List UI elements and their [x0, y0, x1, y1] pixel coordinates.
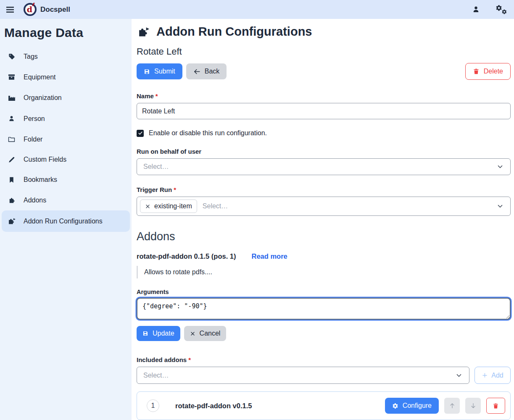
- pen-icon: [7, 156, 16, 163]
- plus-icon: [482, 372, 488, 378]
- app-name[interactable]: Docspell: [40, 5, 70, 14]
- x-icon: [190, 331, 195, 336]
- name-label: Name*: [137, 92, 511, 100]
- selected-addon-header: rotate-pdf-addon 0.1.5 (pos. 1) Read mor…: [137, 252, 511, 260]
- sidebar-item-label: Equipment: [24, 74, 56, 81]
- cogs-icon[interactable]: [496, 5, 507, 15]
- sidebar-item-organization[interactable]: Organization: [2, 87, 130, 108]
- puzzle-icon: [7, 196, 16, 204]
- chevron-down-icon: [496, 163, 504, 171]
- sidebar-item-addons[interactable]: Addons: [2, 190, 130, 210]
- config-name: Rotate Left: [137, 46, 511, 57]
- addons-section-heading: Addons: [137, 230, 511, 243]
- user-icon[interactable]: [472, 5, 480, 14]
- folder-icon: [7, 135, 16, 143]
- move-down-button[interactable]: [465, 398, 481, 414]
- addon-row-actions: Configure: [385, 398, 505, 414]
- run-user-label: Run on behalf of user: [137, 148, 511, 155]
- sidebar-item-label: Folder: [24, 136, 42, 143]
- arguments-actions: Update Cancel: [137, 326, 511, 341]
- sidebar-item-label: Person: [24, 115, 45, 123]
- sidebar-item-tags[interactable]: Tags: [2, 47, 130, 67]
- sidebar-item-label: Tags: [24, 53, 38, 60]
- person-icon: [7, 115, 16, 123]
- hamburger-menu-icon[interactable]: [5, 5, 16, 15]
- bookmark-icon: [7, 176, 16, 184]
- sidebar: Manage Data Tags Equipment Organization …: [0, 19, 132, 420]
- sidebar-item-folder[interactable]: Folder: [2, 129, 130, 150]
- page-header: Addon Run Configurations: [137, 25, 511, 39]
- arguments-label: Arguments: [137, 289, 511, 295]
- add-addon-button[interactable]: Add: [474, 367, 511, 384]
- gear-icon: [392, 403, 398, 409]
- trigger-chip[interactable]: existing-item: [140, 200, 197, 213]
- back-button[interactable]: Back: [186, 63, 227, 79]
- page-title: Addon Run Configurations: [156, 25, 312, 39]
- included-addons-placeholder: Select…: [143, 372, 169, 379]
- remove-x-icon[interactable]: [145, 204, 150, 209]
- trigger-placeholder: Select…: [203, 202, 228, 210]
- sidebar-item-bookmarks[interactable]: Bookmarks: [2, 170, 130, 190]
- enable-checkbox-row: Enable or disable this run configuration…: [137, 129, 511, 137]
- configure-button[interactable]: Configure: [385, 398, 439, 414]
- box-icon: [7, 73, 16, 81]
- run-user-select[interactable]: Select…: [137, 158, 511, 175]
- sidebar-item-person[interactable]: Person: [2, 108, 130, 129]
- trigger-label: Trigger Run*: [137, 186, 511, 193]
- save-icon: [144, 68, 150, 75]
- submit-button[interactable]: Submit: [137, 63, 182, 79]
- sidebar-item-label: Addons: [24, 197, 46, 204]
- check-icon: [138, 131, 143, 136]
- run-user-placeholder: Select…: [143, 163, 169, 171]
- puzzle-run-icon: [137, 26, 150, 38]
- sidebar-item-label: Organization: [24, 94, 62, 102]
- enable-checkbox[interactable]: [137, 130, 144, 137]
- name-input[interactable]: [137, 103, 511, 119]
- sidebar-item-label: Custom Fields: [24, 156, 66, 163]
- sidebar-item-equipment[interactable]: Equipment: [2, 67, 130, 87]
- sidebar-nav: Tags Equipment Organization Person Folde…: [2, 47, 130, 232]
- arguments-textarea[interactable]: {"degree": "-90"}: [137, 298, 511, 320]
- app-logo[interactable]: d: [24, 3, 37, 16]
- sidebar-title: Manage Data: [4, 26, 130, 40]
- action-row: Submit Back Delete: [137, 63, 511, 80]
- delete-button[interactable]: Delete: [465, 63, 511, 80]
- trigger-chip-label: existing-item: [154, 202, 192, 210]
- save-icon: [142, 331, 148, 336]
- sidebar-item-label: Bookmarks: [24, 176, 57, 184]
- trash-icon: [473, 68, 480, 75]
- addon-row: 1 rotate-pdf-addon v0.1.5 Configure: [137, 391, 511, 420]
- chevron-down-icon: [455, 372, 463, 379]
- update-button[interactable]: Update: [137, 326, 180, 341]
- chevron-down-icon: [496, 202, 504, 210]
- included-addons-label: Included addons*: [137, 356, 511, 363]
- read-more-link[interactable]: Read more: [252, 252, 287, 260]
- addon-row-name: rotate-pdf-addon v0.1.5: [175, 402, 252, 410]
- remove-addon-button[interactable]: [486, 398, 505, 414]
- arrow-down-icon: [470, 402, 477, 409]
- puzzle-run-icon: [7, 217, 16, 226]
- topbar: d Docspell: [0, 0, 514, 19]
- trash-icon: [493, 403, 499, 409]
- enable-checkbox-label: Enable or disable this run configuration…: [149, 129, 267, 137]
- factory-icon: [7, 94, 16, 102]
- sidebar-item-label: Addon Run Configurations: [24, 218, 103, 225]
- selected-addon-description: Allows to rotate pdfs....: [137, 266, 511, 278]
- move-up-button[interactable]: [444, 398, 460, 414]
- included-addons-row: Select… Add: [137, 367, 511, 384]
- addon-position-badge: 1: [147, 399, 159, 412]
- cancel-button[interactable]: Cancel: [184, 326, 227, 341]
- included-addons-select[interactable]: Select…: [137, 367, 469, 384]
- sidebar-item-custom-fields[interactable]: Custom Fields: [2, 150, 130, 170]
- trigger-select[interactable]: existing-item Select…: [137, 197, 511, 216]
- selected-addon-title: rotate-pdf-addon 0.1.5 (pos. 1): [137, 252, 236, 260]
- sidebar-item-addon-run-configurations[interactable]: Addon Run Configurations: [2, 210, 130, 232]
- arrow-left-icon: [193, 68, 200, 75]
- tag-icon: [7, 53, 16, 60]
- main-content: Addon Run Configurations Rotate Left Sub…: [132, 19, 514, 420]
- arrow-up-icon: [449, 402, 456, 409]
